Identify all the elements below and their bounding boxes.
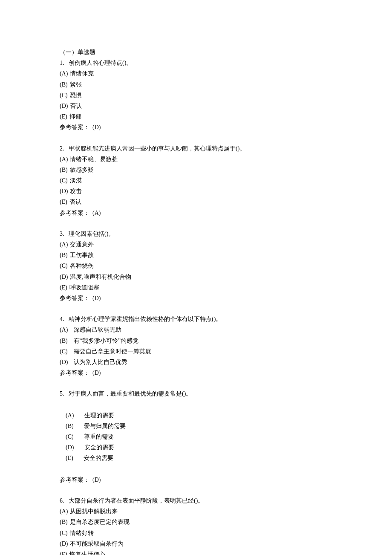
option-a: (A) 深感自己软弱无助 [60,324,337,335]
option-d: (D)不可能采取自杀行为 [60,538,337,549]
option-text: 爱与归属的需要 [82,423,126,429]
option-text: 情绪休克 [68,70,94,77]
option-text: 从困扰中解脱出来 [68,508,118,515]
option-text: 抑郁 [67,113,81,120]
options-inline: (A)生理的需要 (B)爱与归属的需要 (C)尊重的需要 (D)安全的需要 (E… [60,399,337,474]
option-text: 不可能采取自杀行为 [68,541,124,547]
question-5: 5. 对于病人而言，最重要和最优先的需要常是()。 (A)生理的需要 (B)爱与… [60,388,337,485]
option-b: (B) 有“我多渺小可怜”的感觉 [60,335,337,346]
option-label: (E) [60,113,67,120]
option-text: 紧张 [68,81,82,88]
option-e: (E)安全的需要 [66,455,122,461]
option-text: 否认 [68,103,82,109]
answer-value: (A) [92,210,101,216]
option-text: 敏感多疑 [68,167,94,173]
answer-label: 参考答案： [60,370,89,376]
question-number: 5. [60,390,64,397]
option-label: (A) [60,241,68,248]
answer-label: 参考答案： [60,210,89,216]
option-text: 深感自己软弱无助 [68,327,121,333]
option-label: (D) [60,188,68,194]
question-2: 2. 甲状腺机能亢进病人常因一些小的事与人吵闹，其心理特点属于()。 (A)情绪… [60,143,337,218]
question-number: 4. [60,316,64,322]
option-c: (C)情绪好转 [60,528,337,538]
option-c: (C)恐惧 [60,90,337,101]
question-stem: 3. 理化因素包括()。 [60,228,337,239]
option-c: (C)尊重的需要 [66,434,122,440]
option-d: (D)否认 [60,101,337,111]
question-stem: 5. 对于病人而言，最重要和最优先的需要常是()。 [60,388,337,399]
option-label: (B) [60,252,68,258]
option-d: (D) 认为别人比自己优秀 [60,357,337,367]
option-label: (B) [66,423,74,429]
option-a: (A)生理的需要 [66,412,123,419]
question-text: 精神分析心理学家霍妮指出依赖性格的个体有以下特点()。 [69,316,222,322]
option-label: (D) [60,541,68,547]
answer: 参考答案： (D) [60,122,337,133]
answer-label: 参考答案： [60,295,89,301]
option-e: (E)抑郁 [60,111,337,122]
question-number: 6. [60,497,64,504]
answer-label: 参考答案： [60,477,89,483]
option-b: (B)爱与归属的需要 [66,423,134,429]
option-text: 呼吸道阻塞 [67,284,99,291]
option-label: (A) [60,508,68,515]
answer-value: (D) [92,124,101,130]
answer: 参考答案： (D) [60,367,337,378]
question-stem: 2. 甲状腺机能亢进病人常因一些小的事与人吵闹，其心理特点属于()。 [60,143,337,154]
option-b: (B)敏感多疑 [60,165,337,175]
option-label: (D) [66,444,74,451]
option-label: (D) [60,274,68,280]
question-1: 1. 创伤病人的心理特点()。 (A)情绪休克 (B)紧张 (C)恐惧 (D)否… [60,58,337,133]
question-3: 3. 理化因素包括()。 (A)交通意外 (B)工伤事故 (C)各种烧伤 (D)… [60,228,337,304]
option-label: (C) [66,434,74,440]
option-label: (B) [60,81,68,88]
option-text: 淡漠 [68,177,82,184]
option-text: 情绪不稳、易激惹 [68,156,118,162]
option-text: 攻击 [68,188,82,194]
option-text: 需要自己拿主意时便一筹莫展 [68,348,151,355]
option-label: (C) [60,92,68,98]
option-b: (B)工伤事故 [60,250,337,260]
option-a: (A)情绪休克 [60,68,337,79]
question-stem: 6. 大部分自杀行为者在表面平静阶段，表明其已经()。 [60,495,337,506]
option-label: (C) [60,530,68,536]
option-text: 安全的需要 [82,444,114,451]
question-text: 大部分自杀行为者在表面平静阶段，表明其已经()。 [69,497,204,504]
option-a: (A)从困扰中解脱出来 [60,506,337,517]
question-number: 2. [60,145,64,152]
option-label: (A) [66,412,74,419]
question-text: 甲状腺机能亢进病人常因一些小的事与人吵闹，其心理特点属于()。 [69,145,245,152]
option-label: (A) [60,327,68,333]
option-text: 恐惧 [68,92,82,98]
question-text: 对于病人而言，最重要和最优先的需要常是()。 [69,390,192,397]
option-c: (C)淡漠 [60,175,337,186]
option-label: (B) [60,519,68,525]
option-a: (A)情绪不稳、易激惹 [60,154,337,165]
option-text: 交通意外 [68,241,94,248]
answer: 参考答案： (D) [60,474,337,485]
question-stem: 1. 创伤病人的心理特点()。 [60,58,337,68]
option-b: (B)紧张 [60,79,337,90]
answer-value: (D) [92,477,101,483]
question-text: 理化因素包括()。 [69,231,114,237]
answer: 参考答案： (A) [60,208,337,218]
option-text: 认为别人比自己优秀 [68,359,127,365]
option-label: (C) [60,263,68,269]
option-text: 生理的需要 [82,412,114,419]
option-text: 是自杀态度已定的表现 [68,519,130,525]
answer-label: 参考答案： [60,124,89,130]
option-d: (D)温度,噪声和有机化合物 [60,272,337,282]
option-label: (E) [60,551,67,555]
option-text: 各种烧伤 [68,263,94,269]
option-b: (B)是自杀态度已定的表现 [60,517,337,527]
option-e: (E)呼吸道阻塞 [60,282,337,293]
section-header: （一）单选题 [60,47,337,58]
option-text: 尊重的需要 [82,434,114,440]
option-e: (E)恢复生活信心 [60,549,337,555]
option-text: 恢复生活信心 [67,551,105,555]
question-6: 6. 大部分自杀行为者在表面平静阶段，表明其已经()。 (A)从困扰中解脱出来 … [60,495,337,555]
option-label: (C) [60,348,68,355]
option-label: (A) [60,70,68,77]
option-label: (D) [60,359,68,365]
